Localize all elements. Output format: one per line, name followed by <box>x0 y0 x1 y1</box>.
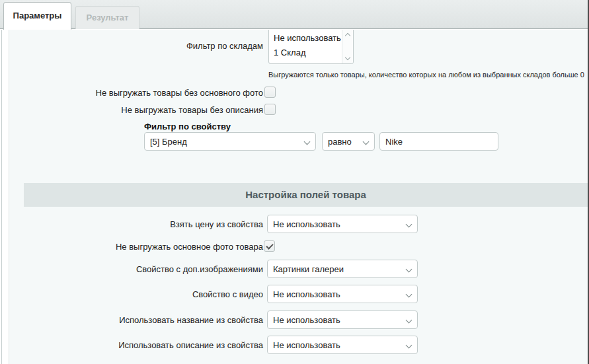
chevron-down-icon <box>406 291 412 298</box>
additional-images-select[interactable]: Картинки галереи <box>267 260 418 278</box>
name-from-property-select[interactable]: Не использовать <box>267 310 418 329</box>
chevron-down-icon <box>406 266 412 273</box>
no-photo-checkbox-label: Не выгружать товары без основного фото <box>13 88 263 98</box>
property-filter-value-input[interactable] <box>379 132 498 151</box>
listbox-option-warehouse-1[interactable]: 1 Склад <box>274 48 305 57</box>
no-description-checkbox-label: Не выгружать товары без описания <box>13 105 263 115</box>
no-photo-checkbox[interactable] <box>264 87 276 98</box>
chevron-down-icon <box>406 221 412 228</box>
property-filter-heading: Фильтр по свойству <box>144 122 231 131</box>
chevron-down-icon <box>406 317 412 324</box>
property-filter-condition-value: равно <box>328 137 352 147</box>
no-description-checkbox[interactable] <box>264 104 276 115</box>
chevron-down-icon <box>304 139 311 145</box>
video-property-value: Не использовать <box>273 289 340 299</box>
additional-images-label: Свойство с доп.изображениями <box>13 264 263 274</box>
property-filter-property-select[interactable]: [5] Бренд <box>144 132 316 151</box>
video-property-label: Свойство с видео <box>13 289 263 299</box>
warehouse-filter-label: Фильтр по складам <box>13 41 263 51</box>
warehouse-filter-listbox[interactable]: Не использовать 1 Склад <box>268 30 354 64</box>
tab-parameters[interactable]: Параметры <box>3 2 71 30</box>
video-property-select[interactable]: Не использовать <box>267 285 418 303</box>
panel-inner-line <box>9 30 9 364</box>
chevron-down-icon <box>406 342 412 349</box>
tab-bar: Параметры Результат <box>0 0 589 29</box>
description-from-property-value: Не использовать <box>273 340 340 350</box>
section-header-product-fields: Настройка полей товара <box>24 183 588 207</box>
listbox-option-not-use[interactable]: Не использовать <box>274 33 341 43</box>
property-filter-property-value: [5] Бренд <box>150 137 187 147</box>
export-settings-screen: Параметры Результат Фильтр по складам Не… <box>0 0 589 364</box>
price-from-property-select[interactable]: Не использовать <box>267 215 418 233</box>
tab-result[interactable]: Результат <box>75 6 139 29</box>
additional-images-value: Картинки галереи <box>273 264 344 274</box>
chevron-down-icon[interactable] <box>345 55 350 60</box>
no-main-photo-checkbox-label: Не выгружать основное фото товара <box>13 242 263 252</box>
description-from-property-label: Использовать описание из свойства <box>13 340 263 350</box>
chevron-down-icon <box>363 139 370 145</box>
price-from-property-value: Не использовать <box>273 219 340 229</box>
chevron-up-icon[interactable] <box>345 33 350 38</box>
name-from-property-label: Использовать название из свойства <box>13 315 263 325</box>
warehouse-filter-help-text: Выгружаются только товары, количество ко… <box>268 71 587 79</box>
description-from-property-select[interactable]: Не использовать <box>267 336 418 354</box>
property-filter-condition-select[interactable]: равно <box>322 132 375 151</box>
no-main-photo-checkbox[interactable] <box>264 240 275 252</box>
name-from-property-value: Не использовать <box>273 315 340 325</box>
price-from-property-label: Взять цену из свойства <box>13 219 263 229</box>
panel-border-line <box>1 30 2 364</box>
form-content: Фильтр по складам Не использовать 1 Скла… <box>0 30 589 364</box>
listbox-scrollbar[interactable] <box>342 30 353 63</box>
